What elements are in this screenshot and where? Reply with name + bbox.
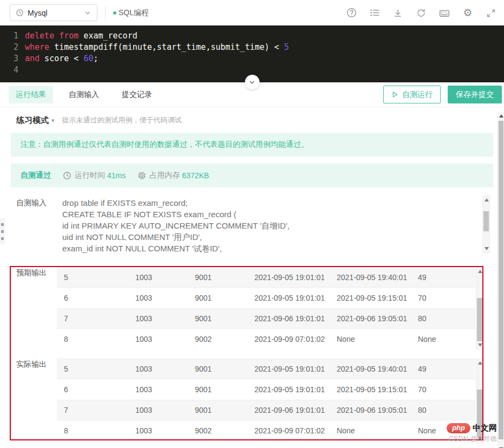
expected-output-table: 5100390012021-09-05 19:01:012021-09-05 1… — [57, 264, 483, 349]
table-cell: 1003 — [128, 385, 188, 394]
line-number: 1 — [0, 30, 25, 42]
line-number: 3 — [0, 53, 25, 64]
actual-output-table: 5100390012021-09-05 19:01:012021-09-05 1… — [57, 355, 483, 443]
actual-output-label: 实际输出 — [11, 355, 57, 443]
topbar: Mysql SQL编程 ⚙ — [0, 0, 504, 25]
table-cell: 2021-09-06 19:01:01 — [247, 314, 330, 323]
tab-submit-history[interactable]: 提交记录 — [115, 86, 159, 103]
scroll-thumb[interactable] — [499, 121, 503, 439]
table-cell: 1003 — [128, 273, 188, 282]
status-badge: 自测通过 — [21, 171, 51, 180]
tab-self-test-input[interactable]: 自测输入 — [62, 86, 106, 103]
table-cell: 2021-09-05 19:40:01 — [330, 273, 411, 282]
help-icon[interactable] — [346, 8, 357, 18]
scroll-thumb[interactable] — [477, 298, 482, 341]
fullscreen-icon[interactable] — [486, 8, 496, 18]
scroll-down-arrow[interactable] — [478, 343, 482, 347]
green-dot-icon — [113, 11, 116, 15]
self-test-input-label: 自测输入 — [11, 194, 57, 255]
table-cell: 70 — [411, 385, 475, 394]
line-number: 4 — [0, 64, 25, 76]
play-icon — [391, 91, 398, 98]
table-cell: 80 — [411, 406, 475, 414]
table-row: 6100390012021-09-05 19:01:012021-09-05 1… — [57, 288, 475, 308]
table-row: 5100390012021-09-05 19:01:012021-09-05 1… — [57, 267, 475, 288]
php-badge: php — [447, 423, 470, 433]
table-cell: 9001 — [188, 273, 247, 282]
table-cell: 2021-09-05 19:15:01 — [330, 294, 411, 302]
code-line: 2where timestampdiff(minute,start_time,s… — [0, 42, 504, 53]
scrollbar-self-test-input[interactable] — [482, 196, 490, 253]
caret-down-icon[interactable]: ▾ — [51, 117, 55, 124]
table-cell: 2021-09-06 19:05:01 — [330, 406, 411, 414]
scroll-up-arrow[interactable] — [478, 270, 482, 273]
line-number: 2 — [0, 42, 25, 53]
self-test-run-button[interactable]: 自测运行 — [383, 86, 441, 103]
runtime-value: 41ms — [107, 171, 126, 180]
code-line: 1delete from exam_record — [0, 30, 504, 42]
table-cell: 1003 — [128, 294, 188, 302]
table-cell: 9001 — [188, 365, 247, 373]
self-test-input-row: 自测输入 drop table if EXISTS exam_record; C… — [11, 194, 493, 255]
chevron-down-icon — [248, 79, 256, 86]
table-cell: 2021-09-05 19:15:01 — [330, 385, 411, 394]
panel-resize-grip[interactable] — [0, 218, 5, 244]
tab-run-result[interactable]: 运行结果 — [9, 86, 53, 103]
table-cell: 70 — [411, 294, 475, 302]
reset-refresh-icon[interactable] — [416, 8, 427, 18]
runtime-label: 运行时间 — [75, 171, 105, 180]
table-cell: 7 — [57, 314, 128, 323]
chevron-down-icon — [84, 9, 91, 17]
code-editor[interactable]: 1delete from exam_record 2where timestam… — [0, 25, 504, 82]
table-cell: 9001 — [188, 294, 247, 302]
table-cell: 1003 — [128, 365, 188, 373]
table-cell: 1003 — [128, 335, 188, 343]
self-test-input-box[interactable]: drop table if EXISTS exam_record; CREATE… — [57, 194, 493, 255]
table-cell: 9001 — [188, 406, 247, 414]
table-cell: 1003 — [128, 406, 188, 414]
table-cell: None — [330, 335, 411, 343]
table-row: 7100390012021-09-06 19:01:012021-09-06 1… — [57, 308, 475, 329]
table-row: 8100390022021-09-09 07:01:02NoneNone — [57, 420, 475, 441]
scroll-thumb[interactable] — [483, 211, 489, 231]
keyboard-icon[interactable] — [439, 8, 450, 18]
table-cell: 2021-09-09 07:01:02 — [247, 335, 330, 343]
settings-gear-icon[interactable]: ⚙ — [462, 8, 473, 18]
run-result-panel: 练习模式 ▾ 提示未通过的测试用例，便于代码调试 注意：自测用例通过仅代表自测时… — [0, 112, 504, 448]
table-cell: 2021-09-06 19:01:01 — [247, 406, 330, 414]
table-cell: 6 — [57, 294, 128, 302]
table-row: 7100390012021-09-06 19:01:012021-09-06 1… — [57, 400, 475, 420]
table-row: 8100390022021-09-09 07:01:02NoneNone — [57, 329, 475, 349]
table-cell: 49 — [411, 365, 475, 373]
scroll-down-arrow[interactable] — [485, 247, 489, 250]
page-scrollbar[interactable] — [498, 112, 504, 448]
practice-mode-hint: 提示未通过的测试用例，便于代码调试 — [62, 115, 182, 125]
table-cell: 2021-09-05 19:01:01 — [247, 273, 330, 282]
language-selector[interactable]: Mysql — [10, 4, 97, 21]
clock-icon — [16, 9, 24, 17]
testcase-list-icon[interactable] — [369, 8, 380, 18]
scrollbar-expected-output[interactable] — [476, 267, 483, 349]
table-cell: 9001 — [188, 314, 247, 323]
practice-mode-dropdown[interactable]: 练习模式 — [16, 115, 49, 126]
scroll-up-arrow[interactable] — [478, 361, 482, 365]
scroll-up-arrow[interactable] — [499, 114, 503, 118]
divider — [105, 6, 106, 20]
table-cell: 49 — [411, 273, 475, 282]
topbar-icons: ⚙ — [346, 8, 496, 18]
mode-label: SQL编程 — [113, 8, 149, 18]
download-icon[interactable] — [392, 8, 403, 18]
table-cell: 8 — [57, 335, 128, 343]
self-test-status-bar: 自测通过 运行时间 41ms 占用内存 6372KB — [11, 164, 493, 187]
scroll-up-arrow[interactable] — [485, 198, 489, 202]
table-cell: 2021-09-06 19:05:01 — [330, 314, 411, 323]
memory-label: 占用内存 — [149, 171, 180, 180]
code-line: 4 — [0, 64, 504, 76]
table-cell: 2021-09-05 19:01:01 — [247, 294, 330, 302]
save-submit-button[interactable]: 保存并提交 — [448, 86, 502, 103]
clock-icon — [63, 171, 71, 180]
table-cell: 2021-09-05 19:01:01 — [247, 365, 330, 373]
action-buttons: 自测运行 保存并提交 — [383, 86, 502, 103]
collapse-panel-button[interactable] — [245, 75, 259, 89]
watermark: php 中文网 CSDN @IT邦德 — [447, 423, 497, 444]
